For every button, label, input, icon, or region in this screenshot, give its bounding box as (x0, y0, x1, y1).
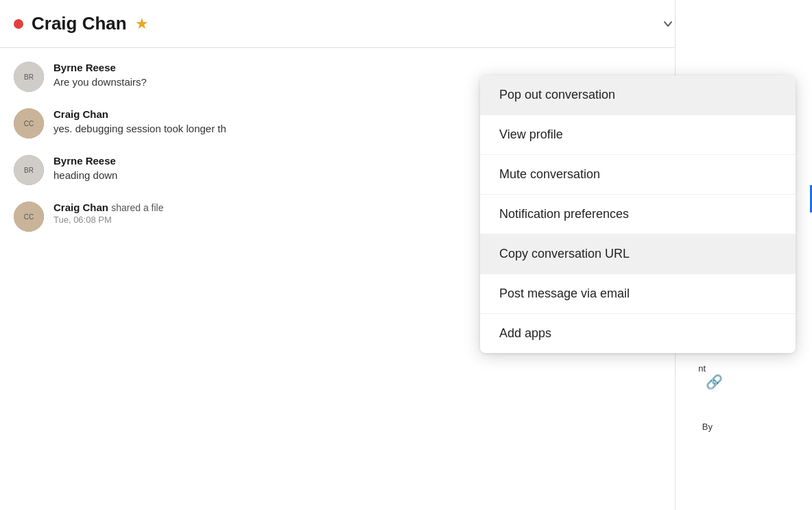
dropdown-overlay[interactable]: Pop out conversation View profile Mute c… (0, 0, 812, 510)
context-menu: Pop out conversation View profile Mute c… (480, 75, 796, 353)
menu-item-pop-out[interactable]: Pop out conversation (480, 75, 796, 115)
menu-item-post-email[interactable]: Post message via email (480, 274, 796, 314)
menu-item-notification-prefs[interactable]: Notification preferences (480, 195, 796, 234)
menu-item-view-profile[interactable]: View profile (480, 115, 796, 155)
menu-item-add-apps[interactable]: Add apps (480, 314, 796, 353)
menu-item-mute[interactable]: Mute conversation (480, 155, 796, 195)
menu-item-copy-url[interactable]: Copy conversation URL (480, 234, 796, 274)
